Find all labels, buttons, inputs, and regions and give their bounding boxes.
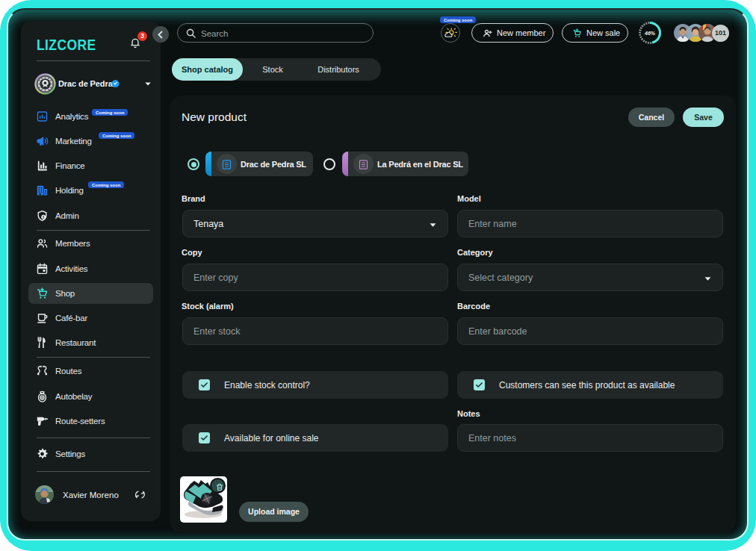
svg-text:46%: 46% [644,31,656,36]
